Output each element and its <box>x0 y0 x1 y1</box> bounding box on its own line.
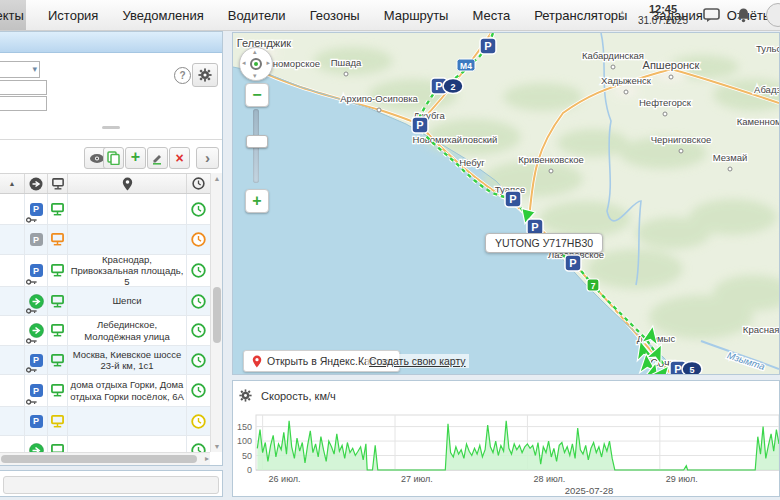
header-location[interactable] <box>68 174 187 193</box>
scroll-right-icon[interactable]: ▸ <box>205 454 209 463</box>
delete-button[interactable]: × <box>169 147 190 169</box>
scroll-down-icon[interactable]: ▼ <box>211 443 223 450</box>
last-message-clock-icon <box>191 383 206 398</box>
parking-marker[interactable]: P <box>412 117 428 133</box>
parking-marker[interactable]: P <box>505 191 521 207</box>
pan-center-icon[interactable] <box>250 58 262 70</box>
zoom-slider-track[interactable] <box>253 109 259 183</box>
unit-address-cell <box>68 407 187 435</box>
header-name-sort[interactable]: ▲ <box>0 174 25 193</box>
user-avatar[interactable] <box>766 3 780 27</box>
unit-connection-cell <box>48 225 68 254</box>
units-settings-button[interactable] <box>192 63 218 87</box>
nav-tab-6[interactable]: Места <box>460 0 522 30</box>
edit-button[interactable] <box>147 147 168 169</box>
filter-input[interactable] <box>0 96 47 111</box>
parked-icon: P <box>30 354 43 367</box>
parked-icon: P <box>30 264 43 277</box>
last-message-clock-icon <box>191 232 206 247</box>
unit-row[interactable]: Лебединское, Молодёжная улица <box>0 316 210 346</box>
zoom-out-button[interactable]: − <box>245 83 269 107</box>
svg-text:Кабардинская: Кабардинская <box>582 50 644 61</box>
event-badge[interactable]: 7 <box>587 279 599 291</box>
vertical-scroll-thumb[interactable] <box>213 287 221 343</box>
nav-tab-3[interactable]: Водители <box>216 0 298 30</box>
sort-asc-icon: ▲ <box>9 180 16 187</box>
pan-right-icon[interactable]: ▸ <box>266 59 270 67</box>
svg-text:P: P <box>416 119 423 131</box>
map-pin-icon <box>252 355 262 368</box>
zoom-slider-handle[interactable] <box>246 135 268 148</box>
svg-text:Мезмай: Мезмай <box>713 152 748 163</box>
header-last-message[interactable] <box>187 174 210 193</box>
unit-name-cell <box>0 375 25 406</box>
header-motion-state[interactable] <box>25 174 48 193</box>
unit-row[interactable]: P <box>0 194 210 225</box>
svg-text:Архипо-Осиповка: Архипо-Осиповка <box>340 93 418 104</box>
header-connection[interactable] <box>48 174 68 193</box>
unit-row[interactable]: Шепси <box>0 287 210 316</box>
svg-text:Пшада: Пшада <box>331 57 362 68</box>
pan-up-icon[interactable]: ▴ <box>253 48 257 56</box>
zoom-in-button[interactable]: + <box>245 189 269 213</box>
add-button[interactable]: + <box>125 147 146 169</box>
location-pin-icon <box>122 177 133 191</box>
vertical-scrollbar[interactable]: ▲ ▼ <box>210 173 222 452</box>
copy-button[interactable] <box>103 147 124 169</box>
map-pan-control[interactable]: ▴ ▾ ◂ ▸ <box>239 47 273 81</box>
units-filter-dropdown[interactable]: ▾ <box>0 61 40 78</box>
svg-text:Абадзехская: Абадзехская <box>754 84 779 95</box>
unit-row[interactable]: P <box>0 407 210 436</box>
connection-monitor-icon <box>50 384 65 397</box>
unit-row[interactable]: PМосква, Киевское шоссе 23-й км, 1с1 <box>0 346 210 375</box>
nav-collapse-arrows[interactable]: ▴▾ <box>620 9 624 21</box>
parking-marker[interactable]: P <box>565 255 581 271</box>
panel-resize-handle[interactable] <box>102 126 120 129</box>
current-date: 31.07.2025 <box>638 15 688 26</box>
parking-marker[interactable]: P <box>480 38 496 54</box>
nav-tab-1[interactable]: История <box>36 0 110 30</box>
clock-icon <box>192 177 205 190</box>
notifications-bell-icon[interactable] <box>734 6 752 24</box>
svg-text:P: P <box>569 257 576 269</box>
create-map-link[interactable]: Создать свою карту <box>366 354 469 368</box>
unit-name-cell <box>0 255 25 286</box>
horizontal-scrollbar[interactable]: ▸ <box>0 452 210 465</box>
last-message-clock-icon <box>191 202 206 217</box>
parking-cluster-marker[interactable]: P2 <box>431 78 463 94</box>
svg-text:Геленджик: Геленджик <box>237 37 292 49</box>
unit-row[interactable]: PКраснодар, Привокзальная площадь, 5 <box>0 255 210 287</box>
help-icon[interactable]: ? <box>174 67 191 84</box>
x-tick-label: 28 июл. <box>533 474 565 484</box>
current-time: 12:45 <box>638 4 688 15</box>
unit-row[interactable]: Pдома отдыха Горки, Дома отдыха Горки по… <box>0 375 210 407</box>
parking-cluster-marker[interactable]: P5 <box>670 361 702 374</box>
bottom-left-collapsed-bar[interactable] <box>3 476 219 494</box>
unit-state-cell: P <box>25 194 48 224</box>
chat-icon[interactable] <box>702 6 720 24</box>
nav-tab-2[interactable]: Уведомления <box>110 0 215 30</box>
unit-address-cell: дома отдыха Горки, Дома отдыха Горки пос… <box>68 375 187 406</box>
unit-name-cell <box>0 225 25 254</box>
svg-text:7: 7 <box>591 281 596 291</box>
unit-connection-cell <box>48 375 68 406</box>
scroll-up-icon[interactable]: ▲ <box>211 175 223 182</box>
tab-objects[interactable]: Объекты <box>0 0 26 30</box>
x-tick-label: 29 июл. <box>666 474 698 484</box>
expand-button[interactable]: › <box>196 147 219 169</box>
horizontal-scroll-thumb[interactable] <box>1 455 197 463</box>
unit-row[interactable]: P <box>0 225 210 255</box>
yandex-map[interactable]: ГеленджикДивноморскоеПшадаАрхипо-Осиповк… <box>233 33 779 374</box>
units-panel-header[interactable] <box>0 32 222 53</box>
unit-time-cell <box>187 346 210 374</box>
unit-state-cell: P <box>25 225 48 254</box>
top-nav: Объекты ИсторияУведомленияВодителиГеозон… <box>0 0 780 31</box>
nav-tab-4[interactable]: Геозоны <box>298 0 372 30</box>
nav-tab-5[interactable]: Маршруты <box>372 0 461 30</box>
search-input[interactable] <box>0 80 47 95</box>
y-tick-label: 100 <box>237 436 252 446</box>
pan-left-icon[interactable]: ◂ <box>242 59 246 67</box>
unit-time-cell <box>187 255 210 286</box>
pan-down-icon[interactable]: ▾ <box>253 72 257 80</box>
speed-chart[interactable]: 05010015026 июл.27 июл.28 июл.29 июл.202… <box>233 400 779 496</box>
